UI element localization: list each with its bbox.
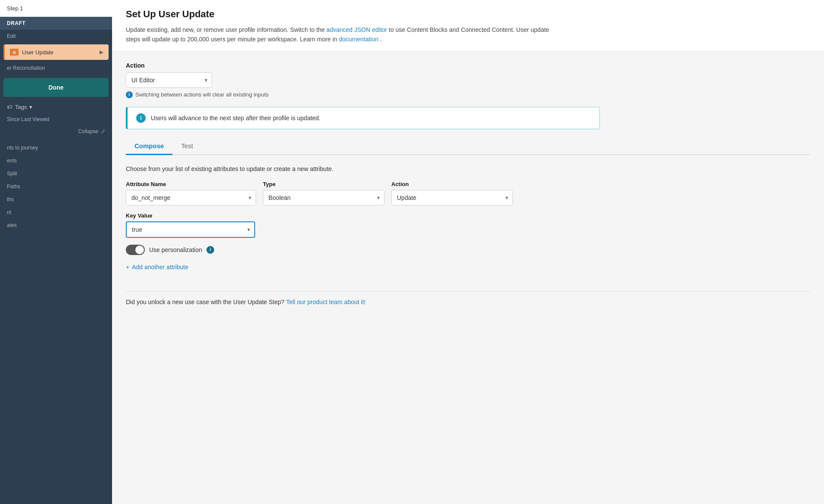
sidebar-nav-item-ates: ates bbox=[0, 219, 112, 232]
sidebar-nav-item-paths: Paths bbox=[0, 180, 112, 193]
action-attr-select[interactable]: Update Remove bbox=[392, 190, 512, 205]
sidebar-nav-item-1: nts to journey bbox=[0, 141, 112, 154]
action-attr-field: Action Update Remove ▾ bbox=[391, 181, 513, 205]
advanced-json-editor-link[interactable]: advanced JSON editor bbox=[326, 26, 387, 33]
sidebar-arrow-icon: ▶ bbox=[100, 49, 103, 55]
tags-chevron-icon: ▾ bbox=[29, 104, 32, 110]
main-description: Update existing, add new, or remove user… bbox=[126, 25, 557, 44]
key-value-label: Key Value bbox=[126, 212, 810, 219]
footer-text: Did you unlock a new use case with the U… bbox=[126, 299, 810, 305]
action-select-wrapper[interactable]: UI Editor JSON Editor ▾ bbox=[126, 72, 212, 88]
sidebar-nav-items: nts to journey ents Split Paths ths nt a… bbox=[0, 138, 112, 235]
info-banner-icon: i bbox=[136, 113, 146, 123]
attribute-name-select-wrapper[interactable]: do_not_merge email first_name last_name … bbox=[126, 190, 256, 205]
sidebar-collapse[interactable]: Collapse ⤢ bbox=[0, 125, 112, 138]
toggle-knob bbox=[135, 246, 144, 254]
type-select-wrapper[interactable]: Boolean String Number Date ▾ bbox=[263, 190, 384, 205]
tab-test[interactable]: Test bbox=[172, 138, 202, 155]
add-attribute-label: Add another attribute bbox=[132, 264, 188, 271]
footer-text-content: Did you unlock a new use case with the U… bbox=[126, 299, 286, 305]
page-title: Set Up User Update bbox=[126, 9, 810, 20]
use-personalization-toggle[interactable] bbox=[126, 245, 145, 255]
sidebar-item-user-update[interactable]: ⊞ User Update ▶ bbox=[3, 44, 109, 60]
type-field: Type Boolean String Number Date ▾ bbox=[263, 181, 384, 205]
tabs: Compose Test bbox=[126, 138, 810, 155]
main-body: Action UI Editor JSON Editor ▾ i Switchi… bbox=[112, 52, 824, 504]
action-attr-select-wrapper[interactable]: Update Remove ▾ bbox=[391, 190, 513, 205]
sidebar-user-update-label: User Update bbox=[22, 49, 53, 56]
sidebar-nav-item-ths: ths bbox=[0, 193, 112, 206]
sidebar-tags[interactable]: 🏷 Tags ▾ bbox=[0, 100, 112, 114]
main-header: Set Up User Update Update existing, add … bbox=[112, 0, 824, 52]
attribute-name-field: Attribute Name do_not_merge email first_… bbox=[126, 181, 256, 205]
action-select[interactable]: UI Editor JSON Editor bbox=[126, 73, 212, 87]
compose-description: Choose from your list of existing attrib… bbox=[126, 165, 810, 172]
action-section: Action UI Editor JSON Editor ▾ i Switchi… bbox=[126, 62, 810, 98]
sidebar-nav-item-nt: nt bbox=[0, 206, 112, 219]
tag-icon: 🏷 bbox=[7, 104, 12, 110]
personalization-info-icon[interactable]: i bbox=[206, 246, 214, 254]
user-update-icon: ⊞ bbox=[10, 49, 19, 56]
info-banner: i Users will advance to the next step af… bbox=[126, 107, 600, 129]
sidebar-reconciliation-label: er Reconciliation bbox=[0, 62, 112, 75]
sidebar-step-label: Step 1 bbox=[0, 0, 112, 17]
sidebar: Step 1 DRAFT Edit ⊞ User Update ▶ er Rec… bbox=[0, 0, 112, 504]
description-end: . bbox=[380, 36, 382, 43]
sidebar-nav-item-split: Split bbox=[0, 167, 112, 180]
compose-area: Choose from your list of existing attrib… bbox=[126, 165, 810, 305]
tags-label: Tags bbox=[15, 104, 27, 110]
action-field-label: Action bbox=[126, 62, 810, 69]
description-part1: Update existing, add new, or remove user… bbox=[126, 26, 326, 33]
main-content: Set Up User Update Update existing, add … bbox=[112, 0, 824, 504]
key-value-row: Key Value true false ▾ bbox=[126, 212, 810, 238]
hint-text-content: Switching between actions will clear all… bbox=[135, 91, 268, 98]
attribute-row: Attribute Name do_not_merge email first_… bbox=[126, 181, 810, 205]
action-hint: i Switching between actions will clear a… bbox=[126, 91, 810, 98]
tab-compose[interactable]: Compose bbox=[126, 138, 172, 155]
done-button[interactable]: Done bbox=[3, 78, 109, 97]
type-select[interactable]: Boolean String Number Date bbox=[263, 190, 384, 205]
attribute-name-select[interactable]: do_not_merge email first_name last_name bbox=[126, 190, 256, 205]
attribute-name-label: Attribute Name bbox=[126, 181, 256, 187]
info-banner-text: Users will advance to the next step afte… bbox=[151, 115, 321, 121]
type-label: Type bbox=[263, 181, 384, 187]
documentation-link[interactable]: documentation bbox=[339, 36, 378, 43]
collapse-label: Collapse bbox=[78, 128, 98, 134]
sidebar-nav-item-2: ents bbox=[0, 154, 112, 167]
section-divider bbox=[126, 291, 810, 292]
plus-icon: + bbox=[126, 264, 129, 271]
sidebar-draft-label: DRAFT bbox=[0, 17, 112, 30]
collapse-icon: ⤢ bbox=[101, 128, 105, 134]
action-attr-label: Action bbox=[391, 181, 513, 187]
use-personalization-label: Use personalization bbox=[149, 246, 202, 253]
tab-compose-label: Compose bbox=[134, 142, 164, 149]
hint-info-icon: i bbox=[126, 91, 133, 98]
add-attribute-link[interactable]: + Add another attribute bbox=[126, 264, 188, 271]
sidebar-edit-label: Edit bbox=[0, 30, 112, 43]
key-value-select[interactable]: true false bbox=[127, 222, 254, 237]
sidebar-since-last-viewed: Since Last Viewed bbox=[0, 114, 112, 125]
tell-product-team-link[interactable]: Tell our product team about it! bbox=[286, 299, 365, 305]
toggle-row: Use personalization i bbox=[126, 245, 810, 255]
key-value-select-wrapper[interactable]: true false ▾ bbox=[126, 221, 255, 238]
tab-test-label: Test bbox=[181, 142, 193, 149]
